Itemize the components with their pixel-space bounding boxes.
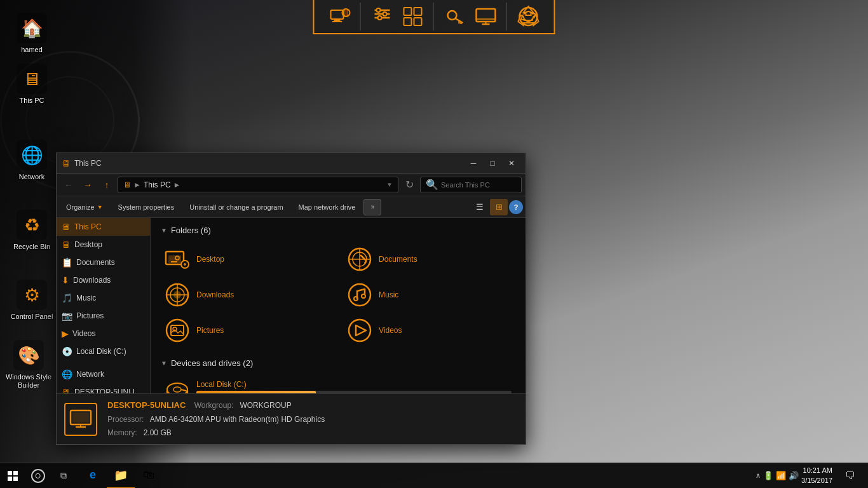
network-label: Network: [19, 173, 44, 181]
taskbar: ○ ⧉ e 📁 🛍 ∧ 🔋 📶 🔊 10:21 AM 3/15/2017 🗨: [0, 463, 868, 488]
qt-icon-key[interactable]: [442, 3, 470, 30]
sidebar-item-videos[interactable]: ▶ Videos: [57, 325, 150, 342]
desktop-sidebar-icon: 🖥: [62, 240, 71, 250]
taskbar-clock[interactable]: 10:21 AM 3/15/2017: [801, 466, 832, 485]
qt-icon-recycle[interactable]: [515, 3, 543, 30]
svg-point-16: [448, 11, 457, 20]
uninstall-button[interactable]: Uninstall or change a program: [182, 199, 290, 215]
music-folder-name: Music: [379, 290, 398, 299]
folder-item-downloads[interactable]: Downloads: [161, 280, 333, 310]
workgroup-value: WORKGROUP: [240, 401, 291, 410]
search-input[interactable]: [441, 181, 516, 189]
svg-marker-50: [356, 325, 366, 336]
sidebar-item-music[interactable]: 🎵 Music: [57, 289, 150, 307]
videos-sidebar-label: Videos: [72, 329, 95, 338]
taskbar-app-edge[interactable]: e: [79, 463, 107, 489]
pictures-folder-name: Pictures: [196, 326, 224, 335]
system-properties-button[interactable]: System properties: [111, 199, 182, 215]
this-pc-sidebar-icon: 🖥: [62, 222, 71, 232]
local-disk-name: Local Disk (C:): [196, 380, 512, 389]
recycle-bin-label: Recycle Bin: [13, 243, 50, 251]
organize-arrow: ▼: [97, 204, 103, 210]
address-bar[interactable]: 🖥 ► This PC ► ▼: [118, 177, 398, 193]
svg-point-45: [362, 294, 365, 298]
desktop-icon-this-pc[interactable]: 🖥 This PC: [6, 64, 57, 105]
explorer-titlebar: 🖥 This PC ─ □ ✕: [57, 153, 526, 173]
this-pc-label: This PC: [19, 97, 44, 105]
search-box[interactable]: 🔍: [420, 177, 522, 193]
sidebar-item-pictures[interactable]: 📷 Pictures: [57, 307, 150, 325]
desktop-comp-sidebar-icon: 🖥: [62, 387, 71, 393]
folder-item-videos[interactable]: Videos: [343, 315, 515, 346]
desktop-sidebar-label: Desktop: [74, 240, 102, 249]
qt-icon-network1[interactable]: [326, 3, 354, 30]
map-network-button[interactable]: Map network drive: [292, 199, 363, 215]
minimize-button[interactable]: ─: [465, 156, 482, 170]
computer-name: DESKTOP-5UNLIAC: [107, 400, 186, 410]
wsb-icon: 🎨: [13, 340, 44, 370]
tray-chevron[interactable]: ∧: [756, 471, 761, 480]
start-button[interactable]: [0, 463, 25, 489]
view-details-button[interactable]: ☰: [471, 199, 489, 215]
sidebar-item-documents[interactable]: 📋 Documents: [57, 254, 150, 271]
maximize-button[interactable]: □: [484, 156, 501, 170]
svg-rect-12: [404, 8, 412, 15]
refresh-button[interactable]: ↻: [401, 177, 417, 193]
desktop-icon-recycle-bin[interactable]: ♻ Recycle Bin: [6, 210, 57, 251]
videos-folder-name: Videos: [379, 326, 402, 335]
taskbar-app-explorer[interactable]: 📁: [107, 463, 135, 489]
documents-folder-name: Documents: [379, 255, 417, 264]
desktop-icon-network[interactable]: 🌐 Network: [6, 140, 57, 181]
addr-dropdown-icon[interactable]: ▼: [386, 181, 393, 188]
expand-icon: »: [371, 203, 375, 210]
folder-item-pictures[interactable]: Pictures: [161, 315, 333, 346]
toolbar-expand-button[interactable]: »: [363, 199, 381, 215]
recycle-bin-icon: ♻: [17, 210, 47, 240]
sidebar-item-network[interactable]: 🌐 Network: [57, 365, 150, 383]
sidebar-item-this-pc[interactable]: 🖥 This PC: [57, 218, 150, 236]
drives-title: Devices and drives (2): [171, 358, 253, 368]
downloads-folder-icon: [165, 282, 190, 308]
close-button[interactable]: ✕: [503, 156, 520, 170]
folder-item-documents[interactable]: Documents: [343, 244, 515, 274]
taskbar-app-store[interactable]: 🛍: [135, 463, 163, 489]
local-disk-icon: [165, 379, 190, 393]
drive-item-local[interactable]: Local Disk (C:) 19.6 GB free of 31.5 GB: [161, 377, 515, 393]
view-tiles-button[interactable]: ⊞: [490, 199, 508, 215]
clock-date: 3/15/2017: [801, 476, 832, 485]
drives-list: Local Disk (C:) 19.6 GB free of 31.5 GB: [161, 377, 515, 393]
folder-item-desktop[interactable]: Desktop: [161, 244, 333, 274]
qt-icon-settings1[interactable]: [369, 3, 397, 30]
qt-icon-monitor[interactable]: [472, 3, 500, 30]
sidebar-item-downloads[interactable]: ⬇ Downloads: [57, 271, 150, 289]
organize-button[interactable]: Organize ▼: [59, 199, 110, 215]
tray-battery-icon: 🔋: [763, 471, 773, 480]
taskbar-taskview-button[interactable]: ⧉: [51, 463, 76, 489]
sidebar-item-desktop[interactable]: 🖥 Desktop: [57, 236, 150, 254]
back-button[interactable]: ←: [60, 177, 77, 193]
pictures-sidebar-label: Pictures: [76, 311, 104, 320]
up-button[interactable]: ↑: [98, 177, 115, 193]
taskbar-search-button[interactable]: ○: [25, 463, 51, 489]
music-sidebar-label: Music: [76, 294, 96, 302]
system-tray: ∧ 🔋 📶 🔊 10:21 AM 3/15/2017 🗨: [756, 463, 868, 489]
forward-button[interactable]: →: [79, 177, 96, 193]
desktop-icon-control-panel[interactable]: ⚙ Control Panel: [6, 280, 57, 321]
help-button[interactable]: ?: [509, 200, 523, 214]
documents-sidebar-icon: 📋: [62, 257, 72, 268]
svg-rect-14: [404, 18, 412, 25]
sidebar-item-desktop-comp[interactable]: 🖥 DESKTOP-5UNLI...: [57, 383, 150, 393]
folders-title: Folders (6): [171, 226, 211, 235]
task-view-icon: ⧉: [60, 470, 67, 481]
pictures-sidebar-icon: 📷: [62, 311, 72, 321]
notification-icon: 🗨: [845, 470, 855, 482]
desktop-icon-wsb[interactable]: 🎨 Windows Style Builder: [3, 340, 54, 390]
folder-item-music[interactable]: Music: [343, 280, 515, 310]
local-disk-info: Local Disk (C:) 19.6 GB free of 31.5 GB: [196, 380, 512, 393]
notification-button[interactable]: 🗨: [837, 463, 863, 489]
qt-icon-settings2[interactable]: [399, 3, 427, 30]
local-disk-bar-bg: [196, 391, 512, 393]
sidebar-item-local-disk[interactable]: 💿 Local Disk (C:): [57, 342, 150, 360]
desktop-icon-hamed[interactable]: 🏠 hamed: [6, 13, 57, 54]
status-computer-icon: [64, 403, 97, 436]
